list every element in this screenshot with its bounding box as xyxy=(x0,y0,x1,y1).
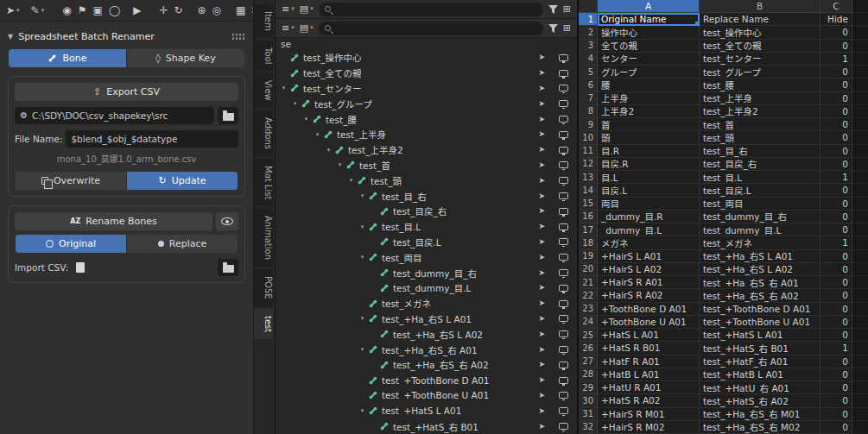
outliner-row[interactable]: test_目戻.L➤ xyxy=(276,235,577,250)
viewport-visibility-icon[interactable] xyxy=(559,407,568,414)
row-header-17[interactable]: 17 xyxy=(579,223,598,236)
overlays-button[interactable]: ▦ xyxy=(236,5,245,16)
viewport-visibility-icon[interactable] xyxy=(559,330,568,337)
editor-type-menu-2[interactable]: ≡▾ xyxy=(282,23,295,33)
viewport-visibility-icon[interactable] xyxy=(559,147,568,154)
cell-b9[interactable]: test_首 xyxy=(700,118,820,131)
selectable-toggle-icon[interactable]: ➤ xyxy=(538,207,545,215)
new-collection-button-2[interactable]: ⊞ xyxy=(563,23,571,33)
column-header-a[interactable]: A xyxy=(598,0,700,13)
filter-funnel-icon[interactable] xyxy=(548,5,558,14)
search-input-2[interactable] xyxy=(335,23,537,33)
outliner-row[interactable]: ▾test_首➤ xyxy=(276,158,577,173)
cell-b12[interactable]: test_目戻_右 xyxy=(700,158,820,171)
row-header-20[interactable]: 20 xyxy=(579,263,598,276)
row-header-26[interactable]: 26 xyxy=(579,342,598,355)
sidebar-tab-mat-list[interactable]: Mat List xyxy=(254,159,273,206)
outliner-row[interactable]: test_目戻_右➤ xyxy=(276,204,577,219)
play-button[interactable]: ▶ xyxy=(133,5,141,16)
cell-b30[interactable]: test_+HatS_右 A02 xyxy=(700,394,820,407)
selectable-toggle-icon[interactable]: ➤ xyxy=(538,423,545,431)
update-button[interactable]: ↻ Update xyxy=(126,172,238,190)
cell-a1[interactable]: Original Name xyxy=(598,13,700,26)
cell-b25[interactable]: test_+HatS L A01 xyxy=(700,329,820,342)
selectable-toggle-icon[interactable]: ➤ xyxy=(538,238,545,246)
cell-c2[interactable]: 0 xyxy=(820,26,852,39)
row-header-15[interactable]: 15 xyxy=(579,198,598,211)
cell-c4[interactable]: 1 xyxy=(820,53,852,66)
viewport-visibility-icon[interactable] xyxy=(559,85,568,91)
row-header-28[interactable]: 28 xyxy=(579,368,598,381)
disclosure-triangle-icon[interactable]: ▾ xyxy=(358,315,367,322)
row-header-5[interactable]: 5 xyxy=(579,66,598,79)
selectable-toggle-icon[interactable]: ➤ xyxy=(538,223,545,230)
selectable-toggle-icon[interactable]: ➤ xyxy=(538,346,545,354)
outliner-row[interactable]: test_+ToothBone D A01➤ xyxy=(276,373,577,388)
cell-b23[interactable]: test_+ToothBone D A01 xyxy=(700,303,820,316)
row-header-14[interactable]: 14 xyxy=(579,184,598,197)
viewport-visibility-icon[interactable] xyxy=(559,177,568,184)
disclosure-triangle-icon[interactable]: ▾ xyxy=(301,116,311,123)
cell-c3[interactable]: 0 xyxy=(820,40,852,53)
disclosure-triangle-icon[interactable]: ▾ xyxy=(324,147,333,154)
row-header-2[interactable]: 2 xyxy=(579,26,598,39)
cell-c12[interactable]: 0 xyxy=(820,158,852,171)
row-header-8[interactable]: 8 xyxy=(579,105,598,118)
selectable-toggle-icon[interactable]: ➤ xyxy=(538,116,545,123)
original-radio[interactable]: Original xyxy=(16,235,126,253)
viewport-visibility-icon[interactable] xyxy=(559,423,568,430)
row-header-25[interactable]: 25 xyxy=(579,329,598,342)
annotate-tool-button[interactable]: ✎▾ xyxy=(31,5,45,16)
sidebar-tab-test[interactable]: test xyxy=(254,309,273,339)
row-header-3[interactable]: 3 xyxy=(579,40,598,53)
cell-c17[interactable]: 0 xyxy=(820,223,852,236)
display-mode-dropdown[interactable]: ▤▾ xyxy=(300,4,314,14)
cell-a30[interactable]: +HatS R A02 xyxy=(598,394,700,407)
cell-c24[interactable]: 0 xyxy=(820,316,852,329)
export-csv-button[interactable]: ⇧ Export CSV xyxy=(15,83,238,101)
cell-a12[interactable]: 目戻.R xyxy=(598,158,700,171)
cell-b16[interactable]: test_dummy_目_右 xyxy=(700,211,820,223)
disclosure-triangle-icon[interactable]: ▾ xyxy=(335,161,345,168)
editor-type-menu[interactable]: ≡▾ xyxy=(282,4,295,14)
outliner-row[interactable]: ▾test_+HatS L A01➤ xyxy=(276,403,577,418)
cell-b32[interactable]: test_+Ha_右S_右 M02 xyxy=(700,421,820,434)
snapping-button[interactable]: ⊕ xyxy=(198,5,206,16)
outliner-row[interactable]: test_+Ha_右S L A02➤ xyxy=(276,326,577,342)
row-header-6[interactable]: 6 xyxy=(579,79,598,91)
cell-c27[interactable]: 0 xyxy=(820,355,852,368)
outliner-row[interactable]: test_dummy_目_右➤ xyxy=(276,265,577,280)
row-header-11[interactable]: 11 xyxy=(579,145,598,158)
selectable-toggle-icon[interactable]: ➤ xyxy=(538,315,545,323)
outliner-row[interactable]: ▾test_上半身2➤ xyxy=(276,142,577,158)
outliner-row[interactable]: test_メガネ➤ xyxy=(276,296,577,311)
cell-a24[interactable]: +ToothBone U A01 xyxy=(598,316,700,329)
cell-c9[interactable]: 0 xyxy=(820,118,852,131)
selectable-toggle-icon[interactable]: ➤ xyxy=(538,161,545,169)
cell-b20[interactable]: test_+Ha_右S L A02 xyxy=(700,263,820,276)
cell-b8[interactable]: test_上半身2 xyxy=(700,105,820,118)
cell-b1[interactable]: Replace Name xyxy=(700,13,820,26)
cell-c14[interactable]: 0 xyxy=(820,184,852,197)
panel-header[interactable]: ▼ Spreadsheet Batch Renamer xyxy=(8,28,245,45)
disclosure-triangle-icon[interactable]: ▾ xyxy=(290,100,300,107)
row-header-31[interactable]: 31 xyxy=(579,408,598,421)
import-file-button[interactable] xyxy=(72,259,89,276)
disclosure-triangle-icon[interactable]: ▾ xyxy=(313,131,322,138)
cell-a27[interactable]: +HatF R A01 xyxy=(598,355,700,368)
outliner-row[interactable]: ▾test_頭➤ xyxy=(276,173,577,188)
viewport-visibility-icon[interactable] xyxy=(559,269,568,276)
cell-a9[interactable]: 首 xyxy=(598,118,700,131)
cell-b5[interactable]: test_グループ xyxy=(700,66,820,79)
viewport-visibility-icon[interactable] xyxy=(559,392,568,399)
cell-b29[interactable]: test_+HatU_右 A01 xyxy=(700,381,820,394)
cell-a19[interactable]: +HairS L A01 xyxy=(598,250,700,263)
row-header-4[interactable]: 4 xyxy=(579,53,598,66)
cell-c1[interactable]: Hide xyxy=(820,13,852,26)
outliner-row[interactable]: test_全ての親➤ xyxy=(276,66,577,81)
flag-marker-button[interactable]: ⚑ xyxy=(78,5,87,16)
cell-c31[interactable]: 0 xyxy=(820,408,852,421)
row-header-32[interactable]: 32 xyxy=(579,421,598,434)
proportional-edit-button[interactable]: ◎ xyxy=(212,5,221,16)
cell-b4[interactable]: test_センター xyxy=(700,53,820,66)
